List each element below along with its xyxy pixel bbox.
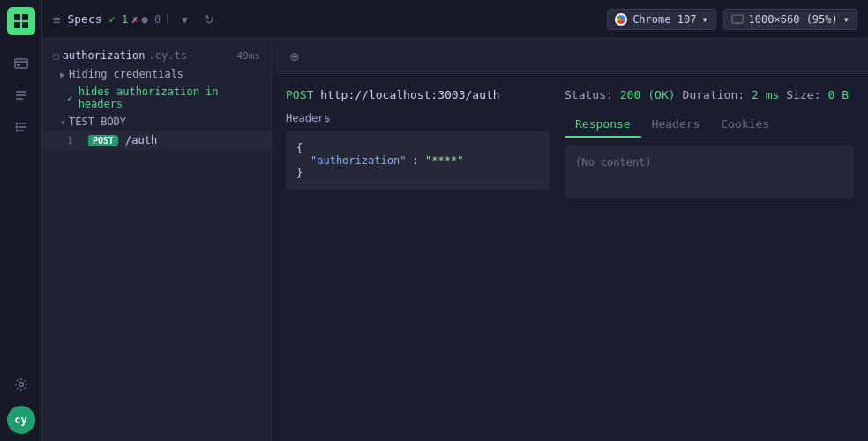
sidebar-item-browser[interactable] (7, 49, 35, 78)
test-item[interactable]: ✓ hides authorization in headers (42, 83, 271, 113)
svg-rect-0 (14, 14, 20, 20)
size-label: Size: (786, 88, 820, 101)
specs-title: Specs (67, 12, 101, 26)
content-area: □ authorization .cy.ts 49ms ▶ Hiding cre… (42, 39, 868, 441)
status-line: Status: 200 (OK) Duration: 2 ms Size: 0 … (565, 88, 854, 101)
sidebar: cy (0, 0, 42, 441)
chrome-icon (615, 13, 627, 26)
response-section: Status: 200 (OK) Duration: 2 ms Size: 0 … (565, 88, 854, 427)
cypress-logo: cy (7, 406, 35, 434)
step-item[interactable]: 1 POST /auth (42, 131, 271, 150)
sidebar-item-settings[interactable] (7, 370, 35, 399)
main-area: ≡ Specs ✓ 1 ✗ ● 0 | ▾ ↻ Chrome 107 ▾ 100… (42, 0, 868, 441)
step-number: 1 (67, 135, 81, 146)
test-panel: □ authorization .cy.ts 49ms ▶ Hiding cre… (42, 39, 272, 441)
file-header: □ authorization .cy.ts 49ms (42, 46, 271, 65)
pass-badge: ✓ 1 (109, 13, 129, 26)
svg-point-12 (15, 126, 18, 129)
test-body-arrow-icon: ▾ (60, 117, 65, 127)
pending-badge: ● 0 (142, 13, 161, 26)
viewport-chevron-icon: ▾ (843, 13, 849, 26)
file-ext-text: .cy.ts (149, 49, 187, 62)
size-value: 0 B (828, 88, 849, 101)
test-body-label-text: TEST BODY (69, 116, 126, 128)
file-name-text: authorization (63, 49, 146, 62)
step-method-badge: POST (88, 135, 118, 146)
svg-rect-3 (22, 22, 28, 28)
browser-name: Chrome 107 (632, 13, 696, 26)
svg-rect-17 (732, 15, 743, 23)
topbar-controls: ✓ 1 ✗ ● 0 | ▾ ↻ (109, 9, 221, 30)
response-body-text: (No content) (575, 156, 652, 168)
sidebar-item-specs[interactable] (7, 81, 35, 109)
status-label: Status: (565, 88, 613, 101)
suite-item[interactable]: ▶ Hiding credentials (42, 65, 271, 83)
step-path: /auth (125, 134, 157, 146)
tab-response[interactable]: Response (565, 112, 641, 138)
request-section: POST http://localhost:3003/auth Headers … (286, 88, 550, 427)
viewport-selector[interactable]: 1000×660 (95%) ▾ (723, 9, 857, 30)
duration-value: 2 ms (752, 88, 779, 101)
auth-key: "authorization" (311, 154, 406, 167)
svg-rect-4 (15, 59, 27, 68)
check-icon: ✓ (67, 93, 73, 104)
refresh-button[interactable]: ↻ (198, 9, 220, 30)
duration-label: Duration: (683, 88, 745, 101)
file-icon: □ (53, 50, 59, 62)
preview-panel: ⊕ POST http://localhost:3003/auth Header… (272, 39, 868, 441)
status-code: 200 (620, 88, 640, 101)
test-body-section: ▾ TEST BODY (42, 113, 271, 131)
browser-selector[interactable]: Chrome 107 ▾ (607, 9, 715, 30)
topbar-left: ≡ Specs (53, 12, 102, 26)
divider: | (164, 13, 170, 26)
request-body-block: { "authorization" : "****" } (286, 131, 550, 190)
test-name: hides authorization in headers (79, 86, 260, 110)
browser-chevron-icon: ▾ (701, 13, 707, 26)
app-logo (7, 7, 35, 35)
viewport-size: 1000×660 (95%) (749, 13, 838, 26)
preview-nav-button[interactable]: ⊕ (282, 44, 307, 69)
tab-cookies[interactable]: Cookies (710, 112, 780, 138)
request-method: POST (286, 88, 313, 101)
chevron-down-button[interactable]: ▾ (174, 9, 195, 30)
suite-arrow-icon: ▶ (60, 70, 65, 79)
fail-badge: ✗ (131, 13, 138, 26)
svg-rect-1 (22, 14, 28, 20)
response-tabs: Response Headers Cookies (565, 112, 854, 138)
svg-rect-2 (14, 22, 20, 28)
status-text: (OK) (647, 88, 675, 101)
topbar: ≡ Specs ✓ 1 ✗ ● 0 | ▾ ↻ Chrome 107 ▾ 100… (42, 0, 868, 39)
file-name-container: □ authorization .cy.ts (53, 49, 187, 62)
viewport-icon (731, 13, 744, 26)
sidebar-item-list[interactable] (7, 113, 35, 141)
svg-rect-6 (17, 64, 20, 66)
request-url-value: http://localhost:3003/auth (320, 88, 500, 101)
file-duration: 49ms (237, 50, 261, 62)
tab-headers[interactable]: Headers (641, 112, 711, 138)
response-body: (No content) (565, 146, 854, 198)
svg-point-16 (19, 383, 23, 387)
svg-point-14 (15, 130, 18, 132)
headers-label: Headers (286, 112, 550, 124)
menu-icon[interactable]: ≡ (53, 12, 60, 26)
suite-name: Hiding credentials (69, 68, 183, 80)
svg-point-10 (15, 123, 18, 125)
network-panel: POST http://localhost:3003/auth Headers … (272, 74, 868, 441)
preview-topbar: ⊕ (272, 39, 868, 74)
auth-value: "****" (425, 154, 463, 167)
request-url: POST http://localhost:3003/auth (286, 88, 550, 101)
